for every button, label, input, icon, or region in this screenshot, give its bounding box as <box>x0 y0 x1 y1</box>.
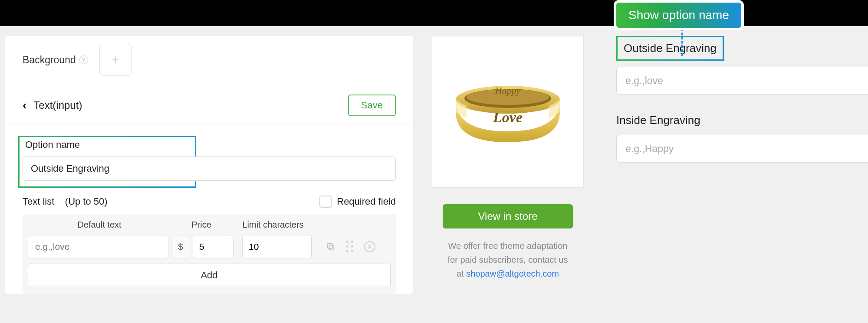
text-list-limit: (Up to 50) <box>65 196 108 207</box>
offer-email-link[interactable]: shopaw@altgotech.com <box>466 269 559 278</box>
preview-field2-label: Inside Engraving <box>616 114 868 127</box>
add-button[interactable]: Add <box>28 264 391 287</box>
text-list-table: Default text Price Limit characters $ <box>23 214 396 294</box>
col-limit: Limit characters <box>232 220 314 230</box>
ring-engraving-bottom: Love <box>493 109 523 126</box>
text-list-header: Text list (Up to 50) Required field <box>5 185 413 214</box>
preview-field1-input[interactable] <box>616 67 868 95</box>
preview-field2-input[interactable] <box>616 135 868 163</box>
background-add-button[interactable]: + <box>99 44 132 76</box>
preview-field1-highlight: Outside Engraving <box>616 36 724 61</box>
editor-panel: Background ? + ‹ Text(input) Save Option… <box>5 36 413 294</box>
drag-handle-icon[interactable] <box>346 241 354 253</box>
copy-icon[interactable] <box>326 241 336 252</box>
callout-connector <box>681 29 683 56</box>
preview-field1-label: Outside Engraving <box>624 42 717 55</box>
product-image: Happy Love <box>432 36 584 188</box>
price-input[interactable] <box>193 235 233 258</box>
option-name-label: Option name <box>25 139 396 150</box>
preview-column: Happy Love View in store We offer free t… <box>430 36 586 294</box>
option-section: Option name <box>5 124 413 185</box>
section-title: Text(input) <box>33 99 82 111</box>
section-header: ‹ Text(input) Save <box>5 82 413 124</box>
offer-text: We offer free theme adaptation for paid … <box>432 239 584 281</box>
remove-icon[interactable]: ✕ <box>364 241 375 252</box>
callout-text: Show option name <box>628 8 729 22</box>
background-row: Background ? + <box>5 36 413 82</box>
currency-symbol: $ <box>171 235 190 258</box>
table-row: $ ✕ <box>28 235 391 258</box>
offer-line2: for paid subscribers, contact us <box>448 255 568 264</box>
background-label: Background <box>23 54 76 66</box>
back-icon[interactable]: ‹ <box>23 98 26 112</box>
help-icon[interactable]: ? <box>79 55 88 64</box>
text-list-label: Text list <box>23 196 54 207</box>
option-name-input[interactable] <box>23 157 396 181</box>
default-text-input[interactable] <box>28 235 168 258</box>
col-price: Price <box>171 220 232 230</box>
save-button[interactable]: Save <box>348 95 396 116</box>
svg-rect-1 <box>328 244 332 248</box>
col-default-text: Default text <box>28 220 171 230</box>
limit-input[interactable] <box>242 235 312 258</box>
required-field-checkbox[interactable] <box>319 196 332 208</box>
offer-line1: We offer free theme adaptation <box>448 241 568 251</box>
svg-rect-0 <box>329 245 334 250</box>
required-field-label: Required field <box>337 196 396 207</box>
table-headers: Default text Price Limit characters <box>28 220 391 235</box>
ring-engraving-top: Happy <box>495 85 521 96</box>
view-in-store-button[interactable]: View in store <box>443 204 573 228</box>
form-preview: Outside Engraving Inside Engraving <box>616 36 868 294</box>
offer-line3-prefix: at <box>457 269 466 278</box>
callout-badge: Show option name <box>614 0 744 30</box>
